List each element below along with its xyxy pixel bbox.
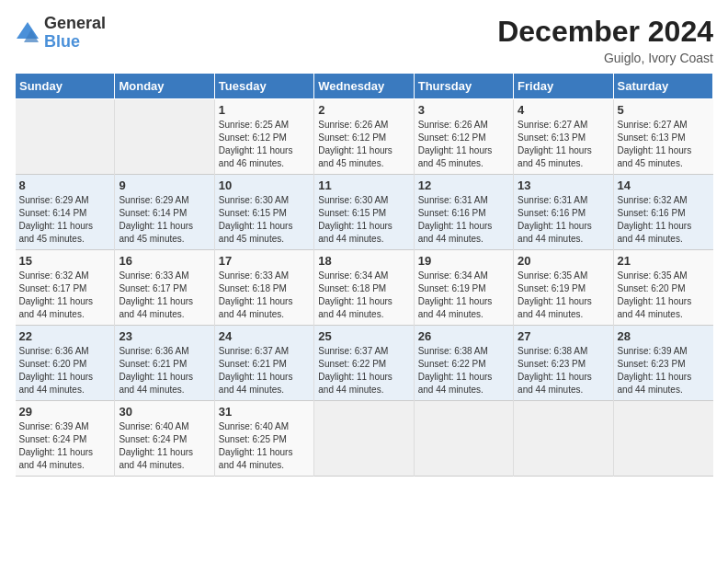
calendar-cell: 13Sunrise: 6:31 AMSunset: 6:16 PMDayligh…	[514, 175, 613, 250]
logo-general: General Blue	[44, 15, 106, 52]
day-info: Sunrise: 6:29 AMSunset: 6:14 PMDaylight:…	[19, 194, 111, 246]
day-number: 13	[518, 178, 609, 192]
day-info: Sunrise: 6:30 AMSunset: 6:15 PMDaylight:…	[219, 194, 310, 246]
header-thursday: Thursday	[414, 74, 513, 99]
calendar-row-1: 8Sunrise: 6:29 AMSunset: 6:14 PMDaylight…	[16, 175, 713, 250]
calendar-cell: 5Sunrise: 6:27 AMSunset: 6:13 PMDaylight…	[613, 99, 712, 175]
day-number: 31	[219, 405, 310, 419]
calendar-cell: 4Sunrise: 6:27 AMSunset: 6:13 PMDaylight…	[514, 99, 613, 175]
calendar-table: Sunday Monday Tuesday Wednesday Thursday…	[15, 73, 713, 477]
day-number: 16	[119, 254, 210, 268]
day-info: Sunrise: 6:34 AMSunset: 6:19 PMDaylight:…	[418, 270, 509, 321]
day-info: Sunrise: 6:38 AMSunset: 6:23 PMDaylight:…	[518, 345, 609, 396]
day-number: 19	[418, 254, 509, 268]
calendar-row-2: 15Sunrise: 6:32 AMSunset: 6:17 PMDayligh…	[16, 250, 713, 326]
day-info: Sunrise: 6:32 AMSunset: 6:17 PMDaylight:…	[19, 270, 111, 321]
day-number: 1	[219, 103, 310, 117]
day-info: Sunrise: 6:36 AMSunset: 6:20 PMDaylight:…	[19, 345, 111, 396]
calendar-cell: 28Sunrise: 6:39 AMSunset: 6:23 PMDayligh…	[613, 326, 712, 401]
month-title: December 2024	[497, 15, 713, 49]
day-info: Sunrise: 6:25 AMSunset: 6:12 PMDaylight:…	[219, 119, 310, 170]
day-info: Sunrise: 6:29 AMSunset: 6:14 PMDaylight:…	[119, 194, 210, 246]
day-number: 28	[618, 329, 710, 343]
day-info: Sunrise: 6:39 AMSunset: 6:24 PMDaylight:…	[19, 420, 111, 472]
calendar-cell	[613, 401, 712, 477]
logo-icon	[15, 20, 40, 46]
calendar-cell: 25Sunrise: 6:37 AMSunset: 6:22 PMDayligh…	[314, 326, 414, 401]
day-info: Sunrise: 6:30 AMSunset: 6:15 PMDaylight:…	[318, 194, 409, 246]
calendar-cell: 27Sunrise: 6:38 AMSunset: 6:23 PMDayligh…	[514, 326, 613, 401]
day-info: Sunrise: 6:31 AMSunset: 6:16 PMDaylight:…	[518, 194, 609, 246]
day-info: Sunrise: 6:36 AMSunset: 6:21 PMDaylight:…	[119, 345, 210, 396]
calendar-cell: 26Sunrise: 6:38 AMSunset: 6:22 PMDayligh…	[414, 326, 513, 401]
day-info: Sunrise: 6:35 AMSunset: 6:19 PMDaylight:…	[518, 270, 609, 321]
calendar-cell	[115, 99, 214, 175]
day-info: Sunrise: 6:35 AMSunset: 6:20 PMDaylight:…	[618, 270, 710, 321]
day-number: 25	[318, 329, 409, 343]
day-number: 29	[19, 405, 111, 419]
day-info: Sunrise: 6:40 AMSunset: 6:25 PMDaylight:…	[219, 420, 310, 472]
calendar-cell	[414, 401, 513, 477]
header-friday: Friday	[514, 74, 613, 99]
calendar-cell: 11Sunrise: 6:30 AMSunset: 6:15 PMDayligh…	[314, 175, 414, 250]
day-number: 17	[219, 254, 310, 268]
day-info: Sunrise: 6:31 AMSunset: 6:16 PMDaylight:…	[418, 194, 509, 246]
calendar-cell: 30Sunrise: 6:40 AMSunset: 6:24 PMDayligh…	[115, 401, 214, 477]
day-number: 2	[318, 103, 409, 117]
calendar-row-0: 1Sunrise: 6:25 AMSunset: 6:12 PMDaylight…	[16, 99, 713, 175]
day-number: 8	[19, 178, 111, 192]
day-info: Sunrise: 6:26 AMSunset: 6:12 PMDaylight:…	[418, 119, 509, 170]
day-number: 22	[19, 329, 111, 343]
day-info: Sunrise: 6:37 AMSunset: 6:22 PMDaylight:…	[318, 345, 409, 396]
page-header: General Blue December 2024 Guiglo, Ivory…	[15, 15, 713, 65]
calendar-cell: 20Sunrise: 6:35 AMSunset: 6:19 PMDayligh…	[514, 250, 613, 326]
calendar-cell: 15Sunrise: 6:32 AMSunset: 6:17 PMDayligh…	[16, 250, 115, 326]
calendar-cell: 22Sunrise: 6:36 AMSunset: 6:20 PMDayligh…	[16, 326, 115, 401]
title-area: December 2024 Guiglo, Ivory Coast	[497, 15, 713, 65]
day-number: 27	[518, 329, 609, 343]
calendar-cell: 23Sunrise: 6:36 AMSunset: 6:21 PMDayligh…	[115, 326, 214, 401]
day-info: Sunrise: 6:39 AMSunset: 6:23 PMDaylight:…	[618, 345, 710, 396]
day-info: Sunrise: 6:27 AMSunset: 6:13 PMDaylight:…	[618, 119, 710, 170]
header-saturday: Saturday	[613, 74, 712, 99]
calendar-cell	[314, 401, 414, 477]
day-info: Sunrise: 6:37 AMSunset: 6:21 PMDaylight:…	[219, 345, 310, 396]
day-number: 24	[219, 329, 310, 343]
day-number: 10	[219, 178, 310, 192]
day-info: Sunrise: 6:33 AMSunset: 6:18 PMDaylight:…	[219, 270, 310, 321]
day-number: 18	[318, 254, 409, 268]
calendar-row-4: 29Sunrise: 6:39 AMSunset: 6:24 PMDayligh…	[16, 401, 713, 477]
calendar-cell: 31Sunrise: 6:40 AMSunset: 6:25 PMDayligh…	[214, 401, 313, 477]
calendar-cell: 29Sunrise: 6:39 AMSunset: 6:24 PMDayligh…	[16, 401, 115, 477]
day-number: 20	[518, 254, 609, 268]
calendar-cell: 10Sunrise: 6:30 AMSunset: 6:15 PMDayligh…	[214, 175, 313, 250]
calendar-cell: 21Sunrise: 6:35 AMSunset: 6:20 PMDayligh…	[613, 250, 712, 326]
day-number: 26	[418, 329, 509, 343]
day-number: 9	[119, 178, 210, 192]
calendar-cell: 24Sunrise: 6:37 AMSunset: 6:21 PMDayligh…	[214, 326, 313, 401]
calendar-cell: 19Sunrise: 6:34 AMSunset: 6:19 PMDayligh…	[414, 250, 513, 326]
day-number: 12	[418, 178, 509, 192]
calendar-cell: 2Sunrise: 6:26 AMSunset: 6:12 PMDaylight…	[314, 99, 414, 175]
day-number: 30	[119, 405, 210, 419]
day-info: Sunrise: 6:33 AMSunset: 6:17 PMDaylight:…	[119, 270, 210, 321]
calendar-cell: 12Sunrise: 6:31 AMSunset: 6:16 PMDayligh…	[414, 175, 513, 250]
calendar-cell: 8Sunrise: 6:29 AMSunset: 6:14 PMDaylight…	[16, 175, 115, 250]
day-info: Sunrise: 6:26 AMSunset: 6:12 PMDaylight:…	[318, 119, 409, 170]
day-number: 5	[618, 103, 710, 117]
day-number: 11	[318, 178, 409, 192]
day-info: Sunrise: 6:40 AMSunset: 6:24 PMDaylight:…	[119, 420, 210, 472]
calendar-cell: 16Sunrise: 6:33 AMSunset: 6:17 PMDayligh…	[115, 250, 214, 326]
day-number: 15	[19, 254, 111, 268]
day-number: 14	[618, 178, 710, 192]
calendar-cell	[16, 99, 115, 175]
calendar-row-3: 22Sunrise: 6:36 AMSunset: 6:20 PMDayligh…	[16, 326, 713, 401]
calendar-cell: 1Sunrise: 6:25 AMSunset: 6:12 PMDaylight…	[214, 99, 313, 175]
day-number: 3	[418, 103, 509, 117]
calendar-cell	[514, 401, 613, 477]
day-info: Sunrise: 6:32 AMSunset: 6:16 PMDaylight:…	[618, 194, 710, 246]
location-title: Guiglo, Ivory Coast	[497, 51, 713, 65]
calendar-cell: 18Sunrise: 6:34 AMSunset: 6:18 PMDayligh…	[314, 250, 414, 326]
calendar-cell: 17Sunrise: 6:33 AMSunset: 6:18 PMDayligh…	[214, 250, 313, 326]
day-number: 21	[618, 254, 710, 268]
